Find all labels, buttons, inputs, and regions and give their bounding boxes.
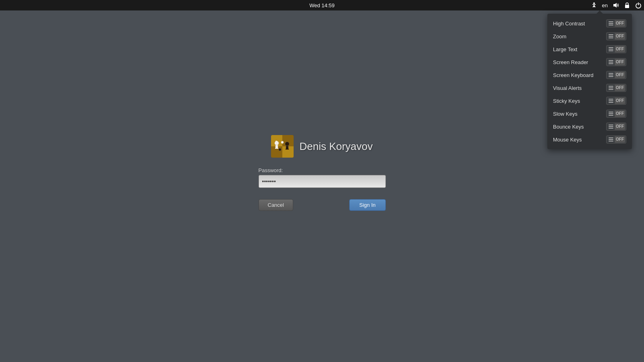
svg-point-9 <box>281 141 284 144</box>
toggle-lines-icon <box>607 60 615 64</box>
svg-rect-2 <box>625 5 629 8</box>
topbar: Wed 14:59 en <box>0 0 644 10</box>
svg-point-0 <box>593 2 595 4</box>
toggle-sticky-keys[interactable]: OFF <box>606 97 626 105</box>
toggle-state-slow-keys: OFF <box>615 110 625 117</box>
toggle-state-visual-alerts: OFF <box>615 85 625 91</box>
toggle-state-large-text: OFF <box>615 46 625 52</box>
toggle-state-mouse-keys: OFF <box>615 136 625 143</box>
power-icon[interactable] <box>633 0 644 10</box>
a11y-row-mouse-keys: Mouse Keys OFF <box>547 133 632 146</box>
toggle-screen-reader[interactable]: OFF <box>606 58 626 66</box>
toggle-high-contrast[interactable]: OFF <box>606 19 626 27</box>
a11y-label-sticky-keys: Sticky Keys <box>553 98 580 104</box>
toggle-lines-icon <box>607 112 615 116</box>
toggle-bounce-keys[interactable]: OFF <box>606 123 626 131</box>
svg-marker-1 <box>613 3 617 8</box>
a11y-label-visual-alerts: Visual Alerts <box>553 85 582 91</box>
toggle-zoom[interactable]: OFF <box>606 32 626 40</box>
language-indicator[interactable]: en <box>600 2 610 8</box>
a11y-row-slow-keys: Slow Keys OFF <box>547 107 632 120</box>
svg-point-11 <box>285 142 289 146</box>
toggle-visual-alerts[interactable]: OFF <box>606 84 626 92</box>
toggle-lines-icon <box>607 86 615 90</box>
a11y-row-high-contrast: High Contrast OFF <box>547 17 632 30</box>
a11y-label-slow-keys: Slow Keys <box>553 111 578 117</box>
a11y-row-zoom: Zoom OFF <box>547 30 632 43</box>
toggle-state-screen-keyboard: OFF <box>615 72 625 78</box>
user-info: Denis Koryavov <box>271 135 373 158</box>
user-avatar <box>271 135 294 158</box>
a11y-label-screen-keyboard: Screen Keyboard <box>553 72 593 78</box>
a11y-row-screen-keyboard: Screen Keyboard OFF <box>547 69 632 81</box>
svg-rect-13 <box>286 149 289 150</box>
toggle-lines-icon <box>607 137 615 141</box>
svg-rect-12 <box>286 146 288 149</box>
svg-rect-7 <box>275 145 278 148</box>
a11y-row-large-text: Large Text OFF <box>547 43 632 56</box>
toggle-lines-icon <box>607 73 615 77</box>
toggle-state-bounce-keys: OFF <box>615 123 625 130</box>
a11y-label-bounce-keys: Bounce Keys <box>553 124 584 130</box>
accessibility-panel: High Contrast OFF Zoom OFF Large Text OF… <box>547 14 632 149</box>
login-container: Denis Koryavov Password: Cancel Sign In <box>259 135 386 211</box>
toggle-slow-keys[interactable]: OFF <box>606 110 626 118</box>
a11y-row-bounce-keys: Bounce Keys OFF <box>547 120 632 133</box>
toggle-lines-icon <box>607 99 615 103</box>
a11y-label-high-contrast: High Contrast <box>553 21 585 27</box>
password-input[interactable] <box>259 175 386 188</box>
button-row: Cancel Sign In <box>259 199 386 211</box>
toggle-state-high-contrast: OFF <box>615 20 625 27</box>
topbar-clock: Wed 14:59 <box>309 2 335 8</box>
a11y-row-sticky-keys: Sticky Keys OFF <box>547 94 632 107</box>
signin-button[interactable]: Sign In <box>349 199 385 211</box>
toggle-screen-keyboard[interactable]: OFF <box>606 71 626 79</box>
accessibility-icon[interactable] <box>588 0 600 10</box>
toggle-state-sticky-keys: OFF <box>615 98 625 104</box>
toggle-lines-icon <box>607 47 615 51</box>
lock-icon[interactable] <box>621 0 633 10</box>
a11y-row-screen-reader: Screen Reader OFF <box>547 56 632 69</box>
svg-rect-8 <box>275 148 278 149</box>
volume-icon[interactable] <box>610 0 621 10</box>
toggle-state-zoom: OFF <box>615 33 625 40</box>
cancel-button[interactable]: Cancel <box>259 199 293 211</box>
password-label: Password: <box>259 167 283 173</box>
toggle-lines-icon <box>607 21 615 25</box>
toggle-lines-icon <box>607 125 615 129</box>
toggle-lines-icon <box>607 34 615 38</box>
username-label: Denis Koryavov <box>299 140 373 153</box>
a11y-label-large-text: Large Text <box>553 46 577 52</box>
toggle-large-text[interactable]: OFF <box>606 45 626 53</box>
a11y-label-screen-reader: Screen Reader <box>553 59 588 65</box>
svg-rect-10 <box>275 141 277 143</box>
toggle-mouse-keys[interactable]: OFF <box>606 135 626 144</box>
svg-point-14 <box>279 148 281 151</box>
toggle-state-screen-reader: OFF <box>615 59 625 65</box>
a11y-row-visual-alerts: Visual Alerts OFF <box>547 81 632 94</box>
a11y-label-zoom: Zoom <box>553 33 566 40</box>
a11y-label-mouse-keys: Mouse Keys <box>553 137 582 143</box>
topbar-right-icons: en <box>588 0 644 10</box>
